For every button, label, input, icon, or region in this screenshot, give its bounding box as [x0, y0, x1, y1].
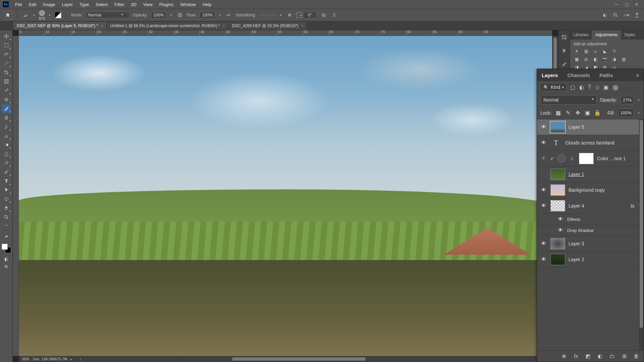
layers-scrollbar[interactable]: [639, 119, 644, 350]
hand-tool[interactable]: [2, 204, 11, 212]
layer-name[interactable]: Layer 5: [569, 124, 640, 130]
brush-tool[interactable]: [2, 105, 11, 113]
panel-icon-properties[interactable]: [560, 47, 568, 54]
layer-name[interactable]: Layer 2: [569, 257, 640, 262]
menu-window[interactable]: Window: [177, 1, 199, 8]
tool-preset-arrow[interactable]: ▾: [33, 13, 36, 17]
visibility-icon[interactable]: 👁: [540, 187, 547, 193]
brush-settings-toggle[interactable]: [55, 12, 61, 18]
brush-angle[interactable]: 0°: [297, 12, 317, 18]
menu-image[interactable]: Image: [40, 1, 58, 8]
gradient-tool[interactable]: [2, 141, 11, 149]
lock-all-icon[interactable]: 🔒: [594, 110, 601, 116]
filter-smart-icon[interactable]: ▣: [603, 84, 608, 90]
swap-colors-icon[interactable]: ⇄: [2, 233, 11, 239]
adj-curves-icon[interactable]: ⩍: [592, 48, 599, 54]
tab-libraries[interactable]: Libraries: [570, 30, 592, 40]
visibility-icon[interactable]: 👁: [540, 139, 547, 146]
smoothing-arrow[interactable]: ▾: [279, 13, 282, 17]
move-tool[interactable]: [2, 32, 11, 40]
lock-transparency-icon[interactable]: ▩: [555, 110, 561, 116]
quickmask-icon[interactable]: ◧: [2, 256, 11, 262]
eraser-tool[interactable]: [2, 132, 11, 140]
opacity-input[interactable]: 100%: [151, 12, 166, 18]
zoom-tool[interactable]: [2, 213, 11, 221]
panel-icon-history[interactable]: [560, 34, 568, 41]
magic-wand-tool[interactable]: [2, 59, 11, 67]
cloud-docs-icon[interactable]: ◐: [601, 11, 608, 19]
type-tool[interactable]: [2, 177, 11, 185]
search-icon[interactable]: [612, 11, 619, 19]
lasso-tool[interactable]: [2, 50, 11, 58]
menu-layer[interactable]: Layer: [59, 1, 76, 8]
lock-pixels-icon[interactable]: ✎: [565, 110, 571, 116]
new-adjustment-icon[interactable]: ◐: [597, 353, 603, 359]
shape-tool[interactable]: [2, 195, 11, 203]
document-tab-3[interactable]: DSC_4269.NEF @ 33.3% (RGB/16*) ×: [229, 22, 307, 30]
lock-position-icon[interactable]: ✥: [575, 110, 581, 116]
window-maximize-button[interactable]: ▢: [622, 1, 631, 8]
window-close-button[interactable]: ✕: [632, 1, 641, 8]
layer-filter-kind[interactable]: 🔍 Kind ▾: [540, 83, 567, 91]
color-swatches[interactable]: [2, 244, 11, 253]
layer-name[interactable]: Layer 1: [569, 172, 640, 177]
layer-thumbnail[interactable]: [550, 254, 565, 265]
layer-thumbnail[interactable]: [550, 238, 565, 249]
tab-paths[interactable]: Paths: [599, 72, 613, 78]
canvas-scrollbar-horizontal[interactable]: [232, 357, 366, 361]
adj-vibrance-icon[interactable]: ▽: [611, 48, 618, 54]
visibility-icon[interactable]: 👁: [540, 240, 547, 247]
fx-badge[interactable]: fx: [631, 203, 635, 209]
smoothing-gear-icon[interactable]: ⚙: [286, 11, 293, 19]
adj-lookup-icon[interactable]: ▤: [620, 56, 627, 62]
fill-caret[interactable]: ▾: [637, 111, 640, 115]
layer-row[interactable]: 👁 Background copy: [537, 182, 644, 198]
layer-opacity-input[interactable]: 27%: [621, 96, 634, 104]
panel-icon-brush[interactable]: [560, 60, 568, 68]
airbrush-icon[interactable]: [225, 11, 232, 19]
menu-view[interactable]: View: [140, 1, 156, 8]
layer-name[interactable]: Layer 3: [569, 241, 640, 246]
foreground-color-swatch[interactable]: [2, 244, 8, 250]
adj-balance-icon[interactable]: ⚖: [583, 56, 589, 62]
layer-thumbnail[interactable]: [550, 169, 565, 180]
pressure-size-icon[interactable]: [320, 11, 327, 19]
fill-input[interactable]: 100%: [618, 109, 634, 117]
tab-close-icon[interactable]: ×: [301, 23, 304, 28]
layer-effect-row[interactable]: 👁 Drop Shadow: [537, 225, 644, 236]
document-tab-2[interactable]: Untitled-1 @ 68.5% (Landscape-mixer-scre…: [107, 22, 229, 30]
flow-arrow[interactable]: ▾: [218, 13, 221, 17]
tab-channels[interactable]: Channels: [567, 72, 590, 78]
visibility-icon[interactable]: 👁: [540, 256, 547, 263]
link-layers-icon[interactable]: ⊕: [560, 353, 567, 359]
menu-type[interactable]: Type: [76, 1, 92, 8]
new-layer-icon[interactable]: ⊞: [621, 353, 628, 359]
layer-row[interactable]: 👁 Layer 3: [537, 236, 644, 252]
smoothing-input[interactable]: [259, 14, 276, 16]
opacity-caret[interactable]: ▾: [637, 98, 640, 102]
status-arrow-icon[interactable]: ▸: [70, 357, 72, 361]
ruler-horizontal[interactable]: 5101520253035404550556065707580859095: [19, 30, 552, 36]
layer-thumbnail[interactable]: [550, 184, 565, 196]
document-tab-1[interactable]: DSC_8207.NEF @ 50% (Layer 5, RGB/16*) * …: [13, 22, 107, 30]
layer-blend-mode[interactable]: Normal▾: [540, 95, 597, 105]
layer-name[interactable]: Background copy: [569, 187, 640, 193]
visibility-icon[interactable]: 👁: [540, 124, 547, 130]
layer-name[interactable]: Clouds across farmland: [565, 140, 640, 145]
screenmode-icon[interactable]: ⧉: [2, 263, 11, 269]
menu-help[interactable]: Help: [200, 1, 215, 8]
marquee-tool[interactable]: [2, 41, 11, 49]
tab-adjustments[interactable]: Adjustments: [592, 30, 621, 40]
crop-tool[interactable]: [2, 68, 11, 76]
layer-thumbnail[interactable]: [550, 121, 565, 133]
add-mask-icon[interactable]: ◩: [585, 353, 591, 359]
layer-row[interactable]: 👁 ↳ ⎌ Color …nce 1: [537, 151, 644, 167]
zoom-level[interactable]: 50%: [22, 357, 30, 361]
tab-styles[interactable]: Styles: [621, 30, 639, 40]
symmetry-icon[interactable]: [331, 11, 338, 19]
visibility-icon[interactable]: 👁: [540, 202, 547, 209]
layer-thumbnail[interactable]: [550, 200, 565, 212]
new-group-icon[interactable]: 🗀: [609, 353, 615, 359]
history-brush-tool[interactable]: [2, 123, 11, 131]
angle-input[interactable]: 0°: [303, 12, 317, 18]
